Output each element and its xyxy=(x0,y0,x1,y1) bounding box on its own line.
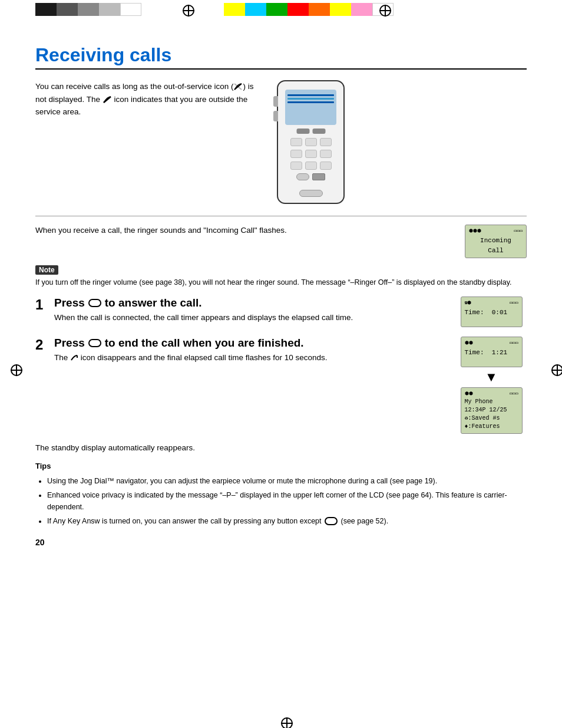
incoming-call-text: When you receive a call, the ringer soun… xyxy=(35,225,453,236)
page-number: 20 xyxy=(35,538,527,547)
intro-paragraph: You can receive calls as long as the out… xyxy=(35,80,259,118)
step-2-desc: The icon disappears and the final elapse… xyxy=(54,352,456,364)
screen-line-2 xyxy=(287,98,334,100)
answer-button-icon xyxy=(88,299,101,307)
title-underline xyxy=(35,68,527,70)
intro-section: You can receive calls as long as the out… xyxy=(35,80,527,204)
color-bar-left xyxy=(35,3,141,16)
standby-text: The standby display automatically reappe… xyxy=(35,443,527,452)
arrow-down-icon: ▼ xyxy=(485,370,498,385)
keypad-row-2 xyxy=(284,150,338,158)
swatch-black xyxy=(35,3,57,16)
color-bar-right xyxy=(224,3,394,16)
tip-3: If Any Key Answ is turned on, you can an… xyxy=(47,515,527,527)
step1-lcd-status: ☎⬢ ▭▭▭ xyxy=(465,299,518,307)
section-divider-1 xyxy=(35,216,527,216)
key-1 xyxy=(290,138,302,146)
tip-1: Using the Jog Dial™ navigator, you can a… xyxy=(47,475,527,487)
step-2-content: Press to end the call when you are finis… xyxy=(54,337,456,434)
keypad-row-1 xyxy=(284,138,338,146)
phone-body xyxy=(277,80,345,204)
note-text: If you turn off the ringer volume (see p… xyxy=(35,277,527,288)
swatch-pink xyxy=(351,3,372,16)
swatch-light-gray xyxy=(99,3,120,16)
step-2-title: Press to end the call when you are finis… xyxy=(54,337,456,350)
intro-text: You can receive calls as long as the out… xyxy=(35,80,259,204)
phone-body-frame xyxy=(277,80,345,204)
step-1: 1 Press to answer the call. When the cal… xyxy=(35,297,527,327)
phone-illustration xyxy=(277,80,353,204)
standby-text-area: The standby display automatically reappe… xyxy=(35,443,527,452)
standby-lcd-content: My Phone 12:34P 12/25 ♻:Saved #s ♦:Featu… xyxy=(465,398,518,431)
swatch-cyan xyxy=(245,3,266,16)
key-hash xyxy=(312,173,325,180)
key-4 xyxy=(290,150,302,158)
swatch-dark-gray xyxy=(57,3,78,16)
tips-label: Tips xyxy=(35,460,527,473)
step-1-press-label: Press xyxy=(54,297,85,309)
swatch-red xyxy=(287,3,309,16)
phone-screen xyxy=(285,90,336,125)
step2-icons: ⬢⬢ xyxy=(465,340,473,347)
key-2 xyxy=(305,138,317,146)
step-1-number: 1 xyxy=(35,297,52,327)
screen-line-1 xyxy=(287,94,334,96)
step-2-lcd-area: ⬢⬢ ▭▭▭ Time: 1:21 ▼ ⬢⬢ ▭▭▭ My Phone 12:3… xyxy=(456,337,527,434)
screen-line-3 xyxy=(287,101,334,103)
step2-lcd-time: Time: 1:21 xyxy=(465,348,518,358)
step-1-suffix: to answer the call. xyxy=(105,297,202,309)
keypad-row-4 xyxy=(284,173,338,180)
key-7 xyxy=(290,162,302,170)
swatch-orange xyxy=(309,3,330,16)
lcd-incoming-text: IncomingCall xyxy=(469,236,523,255)
step-1-content: Press to answer the call. When the call … xyxy=(54,297,456,327)
tip-3-button-icon xyxy=(325,517,338,525)
lcd-signal-icon: ⬢⬢⬢ xyxy=(469,228,481,235)
tips-section: Tips Using the Jog Dial™ navigator, you … xyxy=(35,460,527,527)
lcd-status-bar: ⬢⬢⬢ ▭▭▭ xyxy=(469,228,523,235)
step-1-title: Press to answer the call. xyxy=(54,297,456,309)
swatch-yellow2 xyxy=(330,3,351,16)
step2-battery: ▭▭▭ xyxy=(510,340,518,347)
swatch-green xyxy=(266,3,287,16)
standby-lcd-status: ⬢⬢ ▭▭▭ xyxy=(465,390,518,397)
key-3 xyxy=(320,138,332,146)
lcd-battery-icon: ▭▭▭ xyxy=(514,228,523,235)
phone-nav-btn-right xyxy=(312,129,325,134)
note-section: Note If you turn off the ringer volume (… xyxy=(35,264,527,288)
page-content: Receiving calls You can receive calls as… xyxy=(35,27,527,704)
end-button xyxy=(299,190,323,197)
phone-nav-btn-left xyxy=(296,129,309,134)
phone-side-button xyxy=(273,96,278,107)
keypad-row-3 xyxy=(284,162,338,170)
phone-end-btn xyxy=(299,190,323,197)
standby-icons: ⬢⬢ xyxy=(465,390,473,397)
step-2-number: 2 xyxy=(35,337,52,434)
step-1-lcd: ☎⬢ ▭▭▭ Time: 0:01 xyxy=(461,297,523,327)
phone-side-button2 xyxy=(273,111,278,121)
incoming-call-text-area: When you receive a call, the ringer soun… xyxy=(35,225,453,258)
incoming-call-section: When you receive a call, the ringer soun… xyxy=(35,225,527,258)
key-call-left xyxy=(296,173,309,180)
key-8 xyxy=(305,162,317,170)
key-9 xyxy=(320,162,332,170)
key-5 xyxy=(305,150,317,158)
step1-battery: ▭▭▭ xyxy=(510,299,518,307)
step-1-desc: When the call is connected, the call tim… xyxy=(54,312,456,324)
note-label: Note xyxy=(35,265,58,275)
end-call-button-icon xyxy=(88,339,101,347)
incoming-lcd-area: ⬢⬢⬢ ▭▭▭ IncomingCall xyxy=(465,225,527,258)
step-2-press-label: Press xyxy=(54,337,85,350)
page-title: Receiving calls xyxy=(35,44,527,66)
step1-lcd-time: Time: 0:01 xyxy=(465,308,518,318)
swatch-white xyxy=(120,3,141,16)
swatch-gray xyxy=(78,3,99,16)
step-2: 2 Press to end the call when you are fin… xyxy=(35,337,527,434)
standby-battery: ▭▭▭ xyxy=(510,390,518,397)
tip-2: Enhanced voice privacy is indicated by t… xyxy=(47,489,527,513)
incoming-lcd: ⬢⬢⬢ ▭▭▭ IncomingCall xyxy=(465,225,527,258)
phone-keypad xyxy=(284,138,338,184)
phone-nav-buttons xyxy=(296,129,325,134)
color-bar xyxy=(0,0,562,19)
step-1-lcd-area: ☎⬢ ▭▭▭ Time: 0:01 xyxy=(456,297,527,327)
